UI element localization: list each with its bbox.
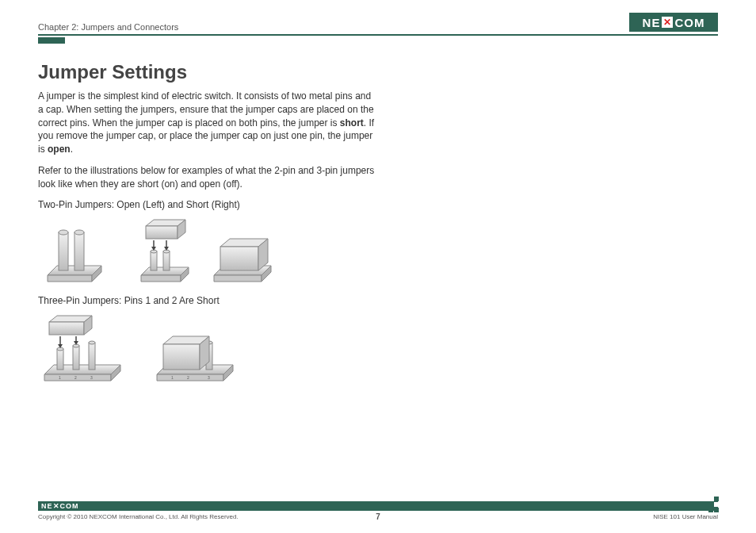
para1-bold-short: short: [340, 117, 364, 128]
para1-text-e: .: [71, 144, 73, 155]
svg-marker-28: [44, 374, 111, 381]
copyright-text: Copyright © 2010 NEXCOM International Co…: [38, 513, 239, 520]
svg-rect-34: [89, 343, 95, 370]
svg-point-4: [59, 230, 68, 235]
logo-x-icon: ✕: [662, 17, 673, 28]
svg-rect-10: [151, 251, 157, 270]
footer: NE✕COM Copyright © 2010 NEXCOM Internati…: [38, 501, 718, 520]
svg-rect-30: [57, 349, 63, 370]
para1-text-a: A jumper is the simplest kind of electri…: [38, 90, 374, 128]
section-title: Jumper Settings: [38, 61, 379, 83]
svg-text:2: 2: [74, 375, 77, 380]
paragraph-2: Refer to the illustrations below for exa…: [38, 164, 379, 191]
svg-text:2: 2: [187, 375, 189, 380]
svg-marker-47: [157, 374, 223, 381]
illustration-row-1: [38, 218, 379, 289]
manual-name: NISE 101 User Manual: [653, 513, 718, 520]
main-content: Jumper Settings A jumper is the simplest…: [38, 61, 379, 389]
nexcom-logo-top: NE ✕ COM: [629, 13, 718, 32]
chapter-title: Chapter 2: Jumpers and Connectors: [38, 22, 178, 32]
header: Chapter 2: Jumpers and Connectors NE ✕ C…: [38, 13, 718, 32]
svg-text:1: 1: [59, 375, 61, 380]
footer-squares-icon: [708, 497, 719, 512]
svg-marker-1: [48, 275, 92, 282]
svg-point-35: [89, 341, 95, 344]
svg-rect-5: [74, 232, 84, 270]
caption-two-pin: Two-Pin Jumpers: Open (Left) and Short (…: [38, 199, 379, 210]
three-pin-capping-icon: 1 2 3: [38, 314, 133, 389]
page-number: 7: [376, 512, 380, 521]
footer-logo: NE✕COM: [41, 502, 79, 510]
svg-text:3: 3: [208, 375, 210, 380]
caption-three-pin: Three-Pin Jumpers: Pins 1 and 2 Are Shor…: [38, 295, 379, 306]
two-pin-open-icon: [38, 218, 117, 289]
footer-text-row: Copyright © 2010 NEXCOM International Co…: [38, 513, 718, 520]
svg-text:1: 1: [171, 375, 174, 380]
svg-rect-15: [146, 226, 178, 239]
para1-bold-open: open: [48, 144, 71, 155]
illustration-row-2: 1 2 3: [38, 314, 379, 389]
logo-ne: NE: [643, 16, 661, 29]
svg-rect-3: [59, 232, 68, 270]
two-pin-short-icon: [135, 218, 285, 289]
svg-point-6: [74, 230, 84, 235]
footer-bar: NE✕COM: [38, 501, 718, 511]
svg-text:3: 3: [90, 375, 93, 380]
three-pin-short-icon: 1 2 3: [151, 314, 246, 389]
svg-rect-12: [163, 251, 170, 270]
svg-rect-37: [49, 322, 84, 335]
svg-rect-52: [163, 344, 200, 370]
paragraph-1: A jumper is the simplest kind of electri…: [38, 90, 379, 156]
svg-rect-25: [220, 247, 258, 270]
svg-marker-27: [44, 365, 120, 374]
chapter-tab-icon: [38, 37, 65, 44]
svg-marker-8: [141, 275, 181, 282]
svg-rect-32: [73, 346, 79, 370]
svg-marker-22: [214, 275, 262, 282]
header-rule: [38, 34, 718, 36]
logo-com: COM: [674, 16, 704, 29]
